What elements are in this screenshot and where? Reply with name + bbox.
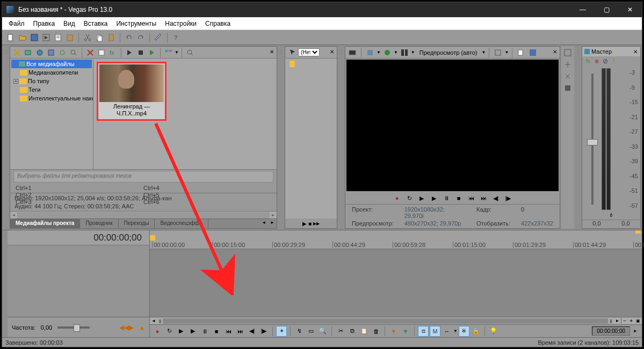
next-frame-icon[interactable]: |▶ <box>258 326 269 337</box>
play-icon[interactable] <box>124 47 135 58</box>
stop-icon[interactable]: ■ <box>453 193 464 203</box>
paste-icon[interactable]: 📋 <box>359 326 370 337</box>
ext-icon[interactable] <box>365 47 375 58</box>
pause-icon[interactable]: ⏸ <box>199 326 210 337</box>
env-tool-icon[interactable]: ↯ <box>294 326 305 337</box>
panel-close-icon[interactable]: ✕ <box>268 48 276 55</box>
cursor-timecode[interactable]: 00:00:00;00 <box>592 326 630 336</box>
timeline-hscroll[interactable]: ◄|| ||► − + ▣ <box>150 317 642 324</box>
master-fader[interactable] <box>591 74 594 205</box>
auto-ripple-icon[interactable]: ↔ <box>442 326 452 337</box>
region-end-icon[interactable] <box>635 230 641 234</box>
panel4-icon[interactable] <box>562 83 573 93</box>
render-icon[interactable] <box>41 32 52 43</box>
next-frame-icon[interactable]: |▶ <box>503 193 513 203</box>
menu-view[interactable]: Вид <box>59 18 79 29</box>
media-thumbs[interactable]: Ленинград —Ч.П.Х..mp4 <box>93 59 277 169</box>
redo-icon[interactable] <box>135 32 146 43</box>
copy-snap-icon[interactable] <box>516 47 526 58</box>
tab-videofx[interactable]: Видеоспецэффе <box>155 219 208 228</box>
split-icon[interactable] <box>399 47 410 58</box>
snap-icon[interactable]: ⧈ <box>418 326 429 337</box>
tab-next-icon[interactable]: ► <box>268 219 277 228</box>
marker-out-icon[interactable]: ▼ <box>400 326 411 337</box>
media-tree[interactable]: Все медиафайлы Медианакопители +По типу … <box>10 59 93 169</box>
maximize-button[interactable]: ▢ <box>595 2 618 17</box>
refresh-icon[interactable] <box>57 47 68 58</box>
grip-icon[interactable]: ⋮ <box>278 46 284 229</box>
timecode-display[interactable]: 00:00:00;00 <box>8 230 149 245</box>
copy-icon[interactable]: ⧉ <box>347 326 358 337</box>
track-headers[interactable] <box>8 245 149 317</box>
panel-close-icon[interactable]: ✕ <box>632 48 639 55</box>
alert-icon[interactable]: ! <box>610 56 618 67</box>
record-icon[interactable]: ● <box>392 193 402 203</box>
fx-icon[interactable] <box>382 47 393 58</box>
light-icon[interactable]: 💡 <box>488 326 499 337</box>
pause-icon[interactable]: ⏸ <box>441 193 452 203</box>
tree-devices[interactable]: Медианакопители <box>11 68 92 77</box>
properties-icon[interactable] <box>53 32 63 43</box>
quantize-icon[interactable]: M <box>430 326 440 337</box>
tab-project-media[interactable]: Медиафайлы проекта <box>10 219 80 228</box>
delete-icon[interactable] <box>85 47 96 58</box>
open-icon[interactable] <box>17 32 28 43</box>
next-icon[interactable]: ▶▶ <box>313 221 320 226</box>
normal-tool-icon[interactable]: ✦ <box>276 326 287 337</box>
save-snap-icon[interactable] <box>527 47 538 58</box>
tc-next-icon[interactable]: ► <box>631 329 640 333</box>
menu-insert[interactable]: Вставка <box>79 18 112 29</box>
lock-icon[interactable]: 🔒 <box>471 326 481 337</box>
menu-settings[interactable]: Настройки <box>161 18 201 29</box>
loop-icon[interactable]: ↻ <box>404 193 415 203</box>
panel-close-icon[interactable]: ✕ <box>328 48 336 55</box>
cursor-icon[interactable] <box>287 47 298 58</box>
device-icon[interactable] <box>347 47 358 58</box>
scan-icon[interactable] <box>46 47 56 58</box>
help-icon[interactable]: ? <box>171 32 182 43</box>
prev-frame-icon[interactable]: ◀| <box>247 326 257 337</box>
mute-icon[interactable]: ⊘ <box>602 56 609 67</box>
paste2-icon[interactable] <box>106 32 117 43</box>
marker-bar[interactable] <box>150 230 642 234</box>
marker-in-icon[interactable]: ▼ <box>388 326 399 337</box>
play-start-icon[interactable]: ▶ <box>416 193 427 203</box>
panel1-icon[interactable] <box>562 47 573 58</box>
go-start-icon[interactable]: ⏮ <box>223 326 234 337</box>
overlay-icon[interactable] <box>493 47 503 58</box>
minimize-button[interactable]: — <box>571 2 595 17</box>
panel-close-icon[interactable]: ✕ <box>551 48 559 55</box>
timeline-ruler[interactable]: 00:00:00:00 00:00:15:00 00:00:29:29 00:0… <box>150 234 642 249</box>
play-icon[interactable]: ▶ <box>187 326 198 337</box>
grip-icon[interactable]: ⋮ <box>338 46 344 229</box>
tab-explorer[interactable]: Проводник <box>80 219 118 228</box>
grip-icon[interactable]: ⋮ <box>3 46 9 229</box>
fx-icon[interactable]: fx <box>584 56 592 67</box>
stop-icon[interactable]: ■ <box>308 221 312 227</box>
tree-bytype[interactable]: +По типу <box>11 77 92 85</box>
timeline-tracks[interactable] <box>150 249 642 317</box>
record-icon[interactable]: ● <box>152 326 163 337</box>
zoom-in-icon[interactable]: + <box>628 318 634 324</box>
menu-edit[interactable]: Правка <box>29 18 60 29</box>
tree-tags[interactable]: Теги <box>11 85 92 94</box>
autoplay-icon[interactable] <box>147 47 157 58</box>
sel-tool-icon[interactable]: ▭ <box>306 326 316 337</box>
new-icon[interactable] <box>5 32 16 43</box>
tree-smart[interactable]: Интеллектуальные накопители <box>11 94 92 103</box>
media-clip[interactable]: Ленинград —Ч.П.Х..mp4 <box>97 62 167 121</box>
play-icon[interactable]: ▶ <box>429 193 439 203</box>
rate-slider[interactable] <box>57 326 90 329</box>
zoom-tool-icon[interactable]: 🔍 <box>317 326 328 337</box>
copy-icon[interactable] <box>94 32 105 43</box>
panel3-icon[interactable] <box>562 71 573 82</box>
search-icon[interactable] <box>68 47 79 58</box>
save-icon[interactable] <box>29 32 40 43</box>
media-hscroll[interactable] <box>10 211 277 219</box>
stop-icon[interactable]: ■ <box>211 326 222 337</box>
stop-icon[interactable] <box>135 47 146 58</box>
grip-icon[interactable]: ⋮ <box>2 230 8 337</box>
capture-icon[interactable] <box>23 47 34 58</box>
playhead-icon[interactable] <box>150 235 155 241</box>
fx-icon[interactable]: fx <box>107 47 118 58</box>
